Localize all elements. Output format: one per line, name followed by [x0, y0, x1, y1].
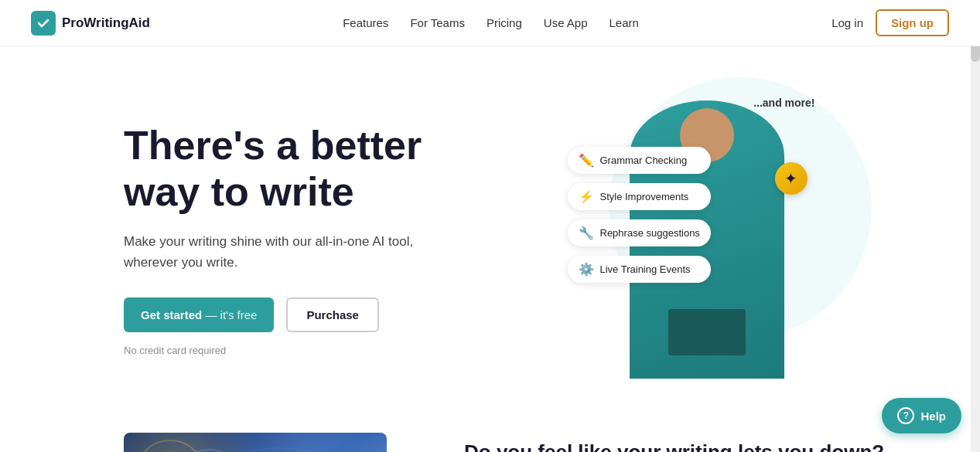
help-button[interactable]: ? Help [882, 398, 961, 433]
nav-use-app[interactable]: Use App [544, 16, 588, 29]
hero-subtitle: Make your writing shine with our all-in-… [124, 231, 495, 273]
star-badge: ✦ [775, 162, 808, 195]
hero-title-line2: way to write [124, 169, 354, 214]
hero-right: ✦ ...and more! ✏️ Grammar Checking ⚡ Sty… [495, 93, 918, 386]
logo-icon [31, 11, 56, 36]
badge-grammar-label: Grammar Checking [600, 155, 688, 166]
bottom-heading: Do you feel like your writing lets you d… [464, 440, 884, 452]
badge-style-label: Style Improvements [600, 191, 689, 202]
hero-illustration: ✦ ...and more! ✏️ Grammar Checking ⚡ Sty… [599, 100, 815, 379]
nav-actions: Log in Sign up [831, 9, 949, 36]
scrollbar-track[interactable] [971, 0, 980, 452]
hero-title-line1: There's a better [124, 123, 422, 168]
bottom-section: Do you feel like your writing lets you d… [0, 433, 980, 452]
and-more-label: ...and more! [753, 97, 814, 109]
signup-button[interactable]: Sign up [876, 9, 949, 36]
hero-title: There's a better way to write [124, 123, 495, 216]
logo-text: ProWritingAid [62, 15, 150, 31]
training-icon: ⚙️ [579, 262, 594, 277]
free-badge: — it's free [205, 308, 257, 321]
style-icon: ⚡ [579, 189, 594, 204]
purchase-button[interactable]: Purchase [286, 297, 379, 332]
nav-pricing[interactable]: Pricing [487, 16, 522, 29]
badge-grammar: ✏️ Grammar Checking [568, 147, 711, 174]
login-button[interactable]: Log in [831, 16, 863, 29]
bottom-image [124, 433, 387, 452]
help-icon: ? [897, 407, 914, 424]
get-started-button[interactable]: Get started — it's free [124, 297, 274, 332]
bottom-text-area: Do you feel like your writing lets you d… [464, 433, 884, 452]
laptop-shape [668, 309, 746, 355]
hero-subtitle-line2: wherever you write. [124, 252, 495, 273]
hero-subtitle-line1: Make your writing shine with our all-in-… [124, 231, 495, 252]
badge-style: ⚡ Style Improvements [568, 183, 711, 210]
hero-section: There's a better way to write Make your … [0, 46, 980, 417]
logo[interactable]: ProWritingAid [31, 11, 150, 36]
grammar-icon: ✏️ [579, 153, 594, 168]
hero-left: There's a better way to write Make your … [124, 123, 495, 356]
rephrase-icon: 🔧 [579, 226, 594, 240]
header: ProWritingAid Features For Teams Pricing… [0, 0, 980, 46]
swirl-svg [124, 433, 387, 452]
nav-for-teams[interactable]: For Teams [410, 16, 465, 29]
svg-point-3 [217, 448, 340, 452]
badge-training: ⚙️ Live Training Events [568, 256, 711, 283]
nav-learn[interactable]: Learn [610, 16, 639, 29]
svg-point-0 [135, 440, 205, 452]
nav-features[interactable]: Features [343, 16, 388, 29]
badge-rephrase-label: Rephrase suggestions [600, 227, 700, 239]
badge-rephrase: 🔧 Rephrase suggestions [568, 219, 711, 246]
feature-badges-container: ✏️ Grammar Checking ⚡ Style Improvements… [568, 147, 711, 283]
hero-buttons: Get started — it's free Purchase [124, 297, 495, 332]
main-nav: Features For Teams Pricing Use App Learn [343, 16, 639, 29]
get-started-label: Get started [141, 308, 202, 321]
no-credit-text: No credit card required [124, 345, 495, 356]
help-label: Help [920, 410, 946, 423]
badge-training-label: Live Training Events [600, 263, 691, 275]
